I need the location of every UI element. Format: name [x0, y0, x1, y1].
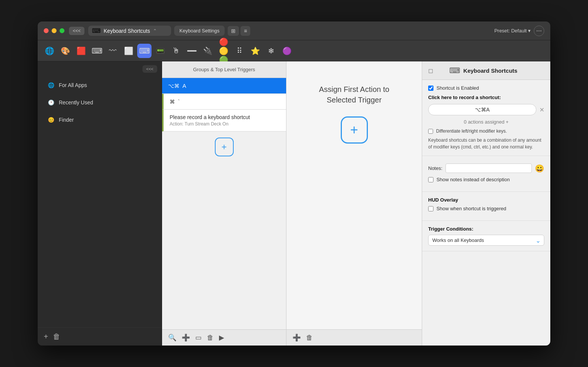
- center-bottom: 🔍 ➕ ▭ 🗑 ▶: [162, 329, 286, 346]
- mouse-icon-btn[interactable]: 🖱: [169, 44, 183, 58]
- trigger-1-letter: A: [182, 83, 186, 89]
- sidebar-item-finder[interactable]: 😊 Finder: [41, 112, 159, 128]
- notes-label: Notes:: [428, 165, 443, 171]
- sidebar-delete-button[interactable]: 🗑: [53, 332, 60, 341]
- trigger-conditions-select[interactable]: Works on all Keyboards Custom Keyboard: [428, 235, 544, 246]
- lcd-icon-btn[interactable]: 📟: [153, 44, 167, 58]
- trigger-1-keys: ⌥⌘: [168, 83, 179, 89]
- traffic-lights: [44, 28, 64, 33]
- diff-keys-label: Differentiate left/right modifier keys.: [436, 128, 507, 134]
- multikey-icon-btn[interactable]: ⌨: [90, 44, 104, 58]
- right-panel-header: ◻ ⌨ Keyboard Shortcuts: [422, 61, 550, 80]
- hud-section: HUD Overlay Show when shortcut is trigge…: [422, 192, 550, 221]
- add-action-button[interactable]: +: [341, 116, 368, 144]
- trigger-item-1[interactable]: ⌥⌘ A: [162, 78, 286, 94]
- right-panel-title: Keyboard Shortcuts: [463, 67, 517, 74]
- shortcut-input-field[interactable]: [428, 104, 536, 115]
- shortcut-enabled-row: Shortcut is Enabled: [428, 85, 544, 91]
- plain-kb-icon-btn[interactable]: ⬜: [121, 44, 136, 58]
- trigger-2-letter: `: [178, 98, 180, 105]
- shortcut-enabled-section: Shortcut is Enabled Click here to record…: [422, 80, 550, 156]
- center-panel: Groups & Top Level Triggers ⌥⌘ A ⌘ ` Ple…: [162, 61, 286, 346]
- icon-toolbar: 🌐 🎨 🟥 ⌨ 〰 ⬜ ⌨ 📟 🖱 ━━ 🔌 🔴🟡🟢 ⠿ ⭐ ❄ 🟣: [38, 40, 550, 61]
- finder-label: Finder: [59, 117, 74, 123]
- for-all-apps-label: For All Apps: [59, 82, 87, 88]
- add-trigger-button[interactable]: +: [215, 138, 234, 156]
- app-title-section: ⌨ Keyboard Shortcuts ⌃: [88, 26, 171, 36]
- right-panel-title-group: ⌨ Keyboard Shortcuts: [449, 66, 517, 75]
- sidebar-bottom: + 🗑: [38, 327, 162, 346]
- center-panel-header: Groups & Top Level Triggers: [162, 61, 286, 78]
- trigger-conditions-select-wrapper: Works on all Keyboards Custom Keyboard ⌄: [428, 235, 544, 246]
- collapse-sidebar-button[interactable]: <<<: [142, 65, 157, 73]
- shortcut-input-row: ✕: [428, 104, 544, 115]
- diff-keys-checkbox[interactable]: [428, 129, 433, 134]
- grid-view-button[interactable]: ⊞: [228, 26, 239, 36]
- right-panel: ◻ ⌨ Keyboard Shortcuts Shortcut is Enabl…: [422, 61, 550, 346]
- show-notes-row: Show notes instead of description: [428, 177, 544, 182]
- center-group-button[interactable]: ▭: [195, 333, 202, 342]
- minimize-button[interactable]: [52, 28, 57, 33]
- keyboard-icon: ⌨: [92, 27, 101, 34]
- star-icon-btn[interactable]: ⭐: [248, 44, 262, 58]
- right-panel-keyboard-icon: ⌨: [449, 66, 460, 75]
- actions-bottom: ➕ 🗑: [286, 329, 422, 346]
- show-notes-checkbox[interactable]: [428, 177, 433, 182]
- actions-add-button[interactable]: ➕: [292, 333, 301, 342]
- unifying-icon-btn[interactable]: 🔌: [201, 44, 215, 58]
- trigger-item-2[interactable]: ⌘ `: [162, 94, 286, 110]
- assign-action-title: Assign First Action to Selected Trigger: [319, 84, 389, 105]
- trigger-conditions-section: Trigger Conditions: Works on all Keyboar…: [422, 221, 550, 251]
- close-button[interactable]: [44, 28, 49, 33]
- emoji-button[interactable]: 😀: [535, 164, 544, 173]
- actions-count[interactable]: 0 actions assigned +: [428, 119, 544, 125]
- list-view-button[interactable]: ≡: [240, 26, 250, 36]
- hud-show-checkbox[interactable]: [428, 206, 433, 211]
- colorball-icon-btn[interactable]: 🔴🟡🟢: [216, 44, 231, 58]
- title-bar-center: ⌨ Keyboard Shortcuts ⌃ Keyboard Settings…: [88, 26, 544, 36]
- keyboard-active-icon-btn[interactable]: ⌨: [137, 44, 152, 58]
- center-search-button[interactable]: 🔍: [168, 333, 176, 342]
- title-bar: <<< ⌨ Keyboard Shortcuts ⌃ Keyboard Sett…: [38, 21, 550, 40]
- trigger-conditions-title: Trigger Conditions:: [428, 226, 544, 232]
- sidebar-add-button[interactable]: +: [44, 332, 48, 341]
- center-add-button[interactable]: ➕: [182, 333, 190, 342]
- keyboard-settings-button[interactable]: Keyboard Settings: [174, 26, 225, 36]
- sidebar-item-recently-used[interactable]: 🕐 Recently Used: [41, 95, 159, 110]
- recently-used-icon: 🕐: [47, 98, 55, 107]
- shortcut-enabled-checkbox[interactable]: [428, 86, 433, 91]
- hud-title: HUD Overlay: [428, 197, 544, 203]
- purple-icon-btn[interactable]: 🟣: [280, 44, 294, 58]
- title-dropdown-icon[interactable]: ⌃: [153, 28, 157, 34]
- grid-small-icon-btn[interactable]: ⠿: [232, 44, 247, 58]
- back-button[interactable]: <<<: [69, 27, 84, 35]
- right-panel-collapse-button[interactable]: ◻: [428, 67, 433, 74]
- center-play-button[interactable]: ▶: [219, 333, 224, 342]
- clear-shortcut-button[interactable]: ✕: [539, 106, 544, 113]
- longboard-icon-btn[interactable]: ━━: [185, 44, 199, 58]
- preset-button[interactable]: Preset: Default ▾: [494, 28, 531, 34]
- trigger-3-subtitle: Action: Turn Stream Deck On: [170, 121, 280, 127]
- record-shortcut-label: Click here to record a shortcut:: [428, 95, 544, 100]
- sidebar: <<< 🌐 For All Apps 🕐 Recently Used 😊 Fin…: [38, 61, 162, 346]
- trigger-item-3[interactable]: Please record a keyboard shortcut Action…: [162, 110, 286, 132]
- sidebar-top: <<<: [38, 61, 162, 76]
- main-window: <<< ⌨ Keyboard Shortcuts ⌃ Keyboard Sett…: [38, 21, 550, 346]
- notes-input-field[interactable]: [446, 164, 532, 173]
- trigger-3-title: Please record a keyboard shortcut: [170, 114, 280, 120]
- view-buttons: ⊞ ≡: [228, 26, 250, 36]
- sidebar-item-for-all-apps[interactable]: 🌐 For All Apps: [41, 77, 159, 93]
- wave-icon-btn[interactable]: 〰: [106, 44, 120, 58]
- actions-delete-button[interactable]: 🗑: [306, 334, 313, 342]
- grid-red-icon-btn[interactable]: 🟥: [74, 44, 88, 58]
- notes-section: Notes: 😀 Show notes instead of descripti…: [422, 156, 550, 192]
- snowflake-icon-btn[interactable]: ❄: [264, 44, 278, 58]
- gradient-icon-btn[interactable]: 🎨: [58, 44, 72, 58]
- maximize-button[interactable]: [60, 28, 64, 33]
- hud-show-label: Show when shortcut is triggered: [436, 206, 506, 211]
- globe-icon-btn[interactable]: 🌐: [42, 44, 57, 58]
- for-all-apps-icon: 🌐: [47, 81, 55, 89]
- show-notes-label: Show notes instead of description: [436, 177, 510, 182]
- more-options-button[interactable]: ···: [534, 26, 544, 36]
- center-delete-button[interactable]: 🗑: [207, 334, 214, 342]
